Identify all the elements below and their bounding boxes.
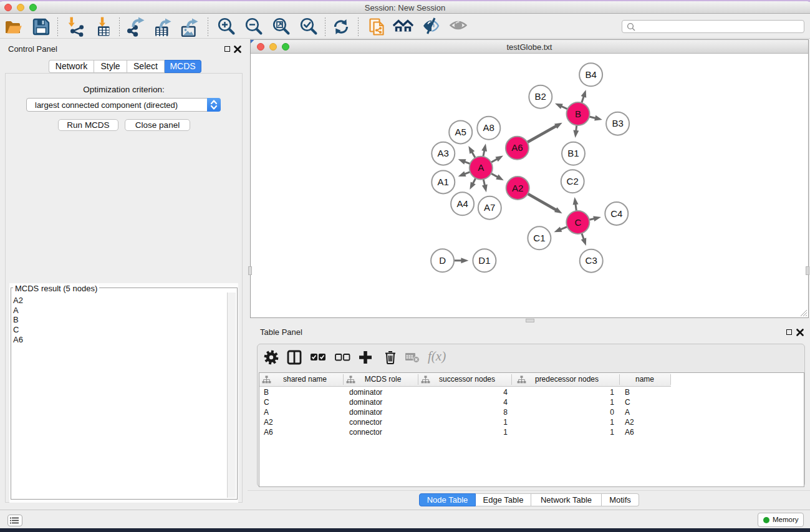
svg-text:B3: B3: [612, 118, 623, 128]
svg-text:B1: B1: [567, 148, 579, 158]
svg-text:D1: D1: [478, 255, 490, 266]
svg-text:A4: A4: [456, 198, 468, 209]
svg-text:A2: A2: [512, 183, 523, 193]
svg-text:A1: A1: [438, 177, 449, 187]
svg-text:A5: A5: [455, 127, 466, 137]
svg-text:A: A: [478, 162, 484, 173]
svg-text:A6: A6: [511, 142, 523, 153]
svg-text:A3: A3: [438, 148, 449, 158]
svg-text:B: B: [575, 109, 581, 119]
svg-text:A8: A8: [483, 122, 494, 133]
svg-text:C4: C4: [610, 208, 622, 219]
svg-text:C: C: [574, 217, 581, 228]
svg-text:B4: B4: [585, 69, 596, 80]
svg-text:C3: C3: [586, 255, 597, 266]
svg-text:D: D: [439, 255, 446, 266]
svg-text:B2: B2: [535, 91, 546, 102]
svg-text:A7: A7: [484, 202, 495, 213]
svg-text:C1: C1: [533, 233, 545, 243]
svg-text:C2: C2: [567, 176, 579, 186]
